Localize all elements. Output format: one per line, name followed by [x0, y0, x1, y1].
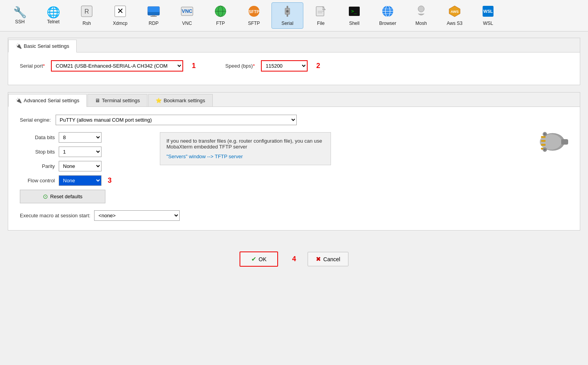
svg-text:>_: >_: [351, 9, 357, 14]
toolbar-item-browser[interactable]: Browser: [372, 2, 404, 29]
number-3: 3: [108, 176, 112, 185]
bookmark-settings-label: Bookmark settings: [164, 98, 205, 103]
sftp-icon: SFTP: [248, 5, 260, 19]
macro-row: Execute macro at session start: <none>: [20, 210, 568, 221]
serial-port-label: Serial port*: [20, 63, 45, 69]
macro-label: Execute macro at session start:: [20, 213, 90, 218]
engine-select[interactable]: PuTTY (allows manual COM port setting): [56, 115, 297, 125]
toolbar-item-rdp[interactable]: RDP: [138, 2, 170, 29]
advanced-serial-label: Advanced Serial settings: [24, 98, 79, 103]
toolbar-item-mosh[interactable]: Mosh: [405, 2, 437, 29]
flow-control-group: Flow control None 3: [20, 175, 144, 186]
toolbar-label-sftp: SFTP: [248, 21, 260, 26]
engine-row: Serial engine: PuTTY (allows manual COM …: [20, 115, 568, 125]
data-bits-label: Data bits: [20, 134, 55, 140]
svg-point-19: [286, 10, 289, 12]
shell-icon: >_: [348, 5, 360, 19]
toolbar-label-wsl: WSL: [483, 21, 493, 26]
toolbar-label-ftp: FTP: [216, 21, 225, 26]
reset-icon: ⊙: [43, 193, 48, 200]
data-bits-select[interactable]: 8: [59, 132, 102, 143]
toolbar-item-vnc[interactable]: VNC VNC: [171, 2, 203, 29]
mosh-icon: [415, 5, 427, 19]
toolbar-item-shell[interactable]: >_ Shell: [338, 2, 370, 29]
svg-rect-7: [150, 16, 157, 17]
toolbar-label-xdmcp: Xdmcp: [113, 21, 127, 26]
toolbar-item-awss3[interactable]: AWS Aws S3: [439, 2, 471, 29]
wsl-icon: WSL: [482, 5, 494, 19]
parity-select[interactable]: None: [59, 161, 102, 171]
toolbar: 🔧 SSH 🌐 Telnet R Rsh ✕ Xdmcp RDP VNC VNC…: [0, 0, 588, 31]
ftp-icon: [214, 5, 227, 19]
engine-label: Serial engine:: [20, 117, 51, 123]
bookmark-settings-icon: ⭐: [156, 98, 162, 103]
svg-rect-17: [287, 6, 288, 9]
awss3-icon: AWS: [448, 5, 461, 19]
main-content: 🔌 Basic Serial settings Serial port* COM…: [0, 31, 588, 244]
advanced-serial-panel: 🔌 Advanced Serial settings 🖥 Terminal se…: [8, 92, 580, 231]
rsh-icon: R: [80, 5, 93, 19]
svg-rect-38: [541, 140, 546, 142]
toolbar-item-rsh[interactable]: R Rsh: [71, 2, 103, 29]
tab-basic-serial[interactable]: 🔌 Basic Serial settings: [8, 40, 77, 52]
toolbar-label-ssh: SSH: [15, 19, 25, 24]
toolbar-item-ssh[interactable]: 🔧 SSH: [4, 4, 36, 27]
basic-section-body: Serial port* COM21 (USB-Enhanced-SERIAL-…: [8, 52, 580, 85]
rdp-icon: [147, 5, 160, 19]
svg-text:WSL: WSL: [483, 9, 493, 14]
serial-icon: [281, 5, 294, 19]
toolbar-item-wsl[interactable]: WSL WSL: [472, 2, 504, 29]
flow-control-label: Flow control: [20, 178, 55, 183]
stop-bits-label: Stop bits: [20, 149, 55, 155]
toolbar-item-file[interactable]: File: [305, 2, 337, 29]
info-box: If you need to transfer files (e.g. rout…: [160, 132, 331, 165]
file-icon: [315, 5, 327, 19]
toolbar-item-xdmcp[interactable]: ✕ Xdmcp: [104, 2, 136, 29]
tab-bookmark-settings[interactable]: ⭐ Bookmark settings: [148, 94, 213, 107]
number-2: 2: [316, 62, 320, 70]
toolbar-item-ftp[interactable]: FTP: [205, 2, 236, 29]
reset-label: Reset defaults: [50, 194, 82, 199]
terminal-settings-label: Terminal settings: [102, 98, 140, 103]
ssh-icon: 🔧: [13, 7, 27, 18]
tab-advanced-serial[interactable]: 🔌 Advanced Serial settings: [8, 94, 87, 107]
toolbar-label-file: File: [317, 21, 324, 26]
cancel-button[interactable]: ✖ Cancel: [308, 252, 348, 266]
svg-rect-39: [541, 144, 546, 146]
cancel-label: Cancel: [323, 256, 340, 262]
svg-text:AWS: AWS: [451, 10, 459, 14]
svg-text:SFTP: SFTP: [248, 9, 259, 14]
toolbar-item-serial[interactable]: Serial: [271, 2, 303, 29]
xdmcp-icon: ✕: [114, 5, 126, 19]
browser-icon: [382, 5, 394, 19]
left-column: Data bits 8 Stop bits 1 Parity: [20, 132, 144, 203]
ok-button[interactable]: ✔ OK: [240, 251, 278, 267]
toolbar-label-mosh: Mosh: [415, 21, 427, 26]
info-link[interactable]: "Servers" window --> TFTP server: [166, 154, 324, 159]
svg-rect-41: [561, 139, 568, 145]
flow-control-select[interactable]: None: [59, 175, 102, 186]
stop-bits-group: Stop bits 1: [20, 147, 144, 157]
stop-bits-select[interactable]: 1: [59, 147, 102, 157]
reset-defaults-button[interactable]: ⊙ Reset defaults: [20, 190, 105, 203]
advanced-serial-icon: 🔌: [16, 98, 22, 103]
svg-rect-18: [287, 14, 288, 17]
cancel-x-icon: ✖: [316, 255, 321, 263]
speed-label: Speed (bps)*: [225, 63, 255, 69]
bottom-bar: ✔ OK 4 ✖ Cancel: [0, 244, 588, 274]
svg-text:✕: ✕: [117, 7, 124, 15]
parity-label: Parity: [20, 163, 55, 169]
tab-terminal-settings[interactable]: 🖥 Terminal settings: [88, 94, 147, 107]
toolbar-label-rdp: RDP: [149, 21, 158, 26]
speed-select[interactable]: 115200: [261, 60, 308, 72]
toolbar-label-rsh: Rsh: [82, 21, 91, 26]
macro-select[interactable]: <none>: [94, 210, 180, 221]
toolbar-item-sftp[interactable]: SFTP SFTP: [238, 2, 270, 29]
basic-tabs: 🔌 Basic Serial settings: [8, 38, 580, 52]
number-4: 4: [292, 255, 296, 263]
right-column: If you need to transfer files (e.g. rout…: [160, 132, 502, 165]
serial-port-select[interactable]: COM21 (USB-Enhanced-SERIAL-A CH342 (COM: [51, 60, 183, 72]
svg-point-30: [418, 6, 424, 12]
toolbar-label-telnet: Telnet: [47, 19, 60, 24]
toolbar-item-telnet[interactable]: 🌐 Telnet: [37, 4, 69, 27]
